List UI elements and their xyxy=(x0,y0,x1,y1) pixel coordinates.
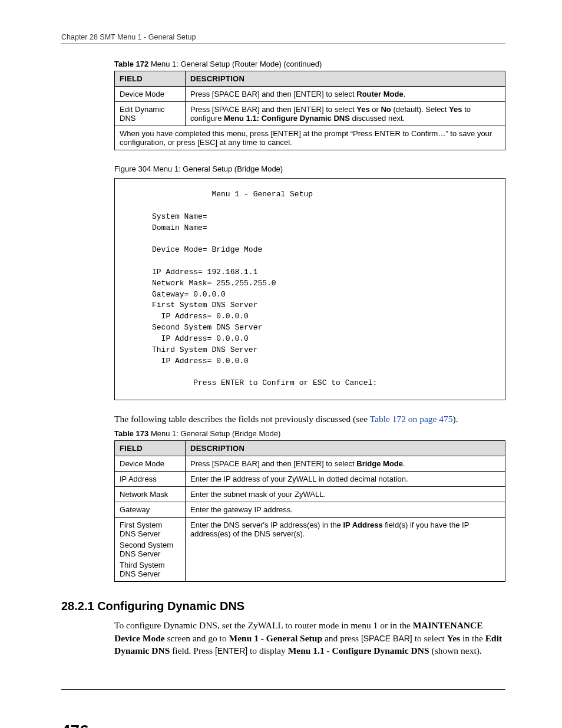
cell-description: Enter the IP address of your ZyWALL in d… xyxy=(186,472,505,487)
table-row: Device Mode Press [SPACE BAR] and then [… xyxy=(115,87,505,102)
table-173-caption-text: Menu 1: General Setup (Bridge Mode) xyxy=(148,429,280,438)
cell-field: Gateway xyxy=(115,502,186,518)
running-header: Chapter 28 SMT Menu 1 - General Setup xyxy=(61,33,505,41)
figure-304-box: Menu 1 - General Setup System Name= Doma… xyxy=(114,178,505,400)
table-row: First System DNS Server Second System DN… xyxy=(115,518,505,582)
cell-description: Enter the gateway IP address. xyxy=(186,502,505,518)
table-row: Network Mask Enter the subnet mask of yo… xyxy=(115,487,505,502)
cell-field: Edit Dynamic DNS xyxy=(115,102,186,126)
cell-field: First System DNS Server Second System DN… xyxy=(115,518,186,582)
page-footer: 476 ZyWALL 2 Plus User’s Guide xyxy=(61,722,505,728)
xref-table-172[interactable]: Table 172 on page 475 xyxy=(370,414,453,424)
table-172-caption-label: Table 172 xyxy=(114,60,148,68)
table-172-caption: Table 172 Menu 1: General Setup (Router … xyxy=(114,60,505,68)
cell-field: Network Mask xyxy=(115,487,186,502)
table-row: IP Address Enter the IP address of your … xyxy=(115,472,505,487)
table-172: FIELD DESCRIPTION Device Mode Press [SPA… xyxy=(114,71,505,150)
table-173-header-description: DESCRIPTION xyxy=(186,441,505,456)
page-number: 476 xyxy=(61,722,89,728)
table-172-header-field: FIELD xyxy=(115,71,186,87)
table-row: Device Mode Press [SPACE BAR] and then [… xyxy=(115,456,505,472)
figure-304-caption: Figure 304 Menu 1: General Setup (Bridge… xyxy=(114,164,505,173)
table-row: When you have completed this menu, press… xyxy=(115,126,505,150)
table-172-header-description: DESCRIPTION xyxy=(186,71,505,87)
cell-description: Press [SPACE BAR] and then [ENTER] to se… xyxy=(186,456,505,472)
cell-description: Enter the DNS server's IP address(es) in… xyxy=(186,518,505,582)
cell-description: Press [SPACE BAR] and then [ENTER] to se… xyxy=(186,102,505,126)
table-173: FIELD DESCRIPTION Device Mode Press [SPA… xyxy=(114,440,505,582)
cell-field: Device Mode xyxy=(115,87,186,102)
table-173-header-field: FIELD xyxy=(115,441,186,456)
table-row: Gateway Enter the gateway IP address. xyxy=(115,502,505,518)
table-173-caption: Table 173 Menu 1: General Setup (Bridge … xyxy=(114,429,505,438)
cell-description: Press [SPACE BAR] and then [ENTER] to se… xyxy=(186,87,505,102)
intro-paragraph: The following table describes the fields… xyxy=(114,413,505,426)
section-heading-28-2-1: 28.2.1 Configuring Dynamic DNS xyxy=(61,599,505,613)
cell-field: Device Mode xyxy=(115,456,186,472)
figure-304-caption-label: Figure 304 xyxy=(114,164,151,173)
footer-rule xyxy=(61,689,505,690)
table-row: Edit Dynamic DNS Press [SPACE BAR] and t… xyxy=(115,102,505,126)
header-rule xyxy=(61,44,505,44)
section-paragraph: To configure Dynamic DNS, set the ZyWALL… xyxy=(114,619,505,657)
table-173-caption-label: Table 173 xyxy=(114,429,148,438)
table-172-footnote: When you have completed this menu, press… xyxy=(115,126,505,150)
figure-304-caption-text: Menu 1: General Setup (Bridge Mode) xyxy=(151,164,283,173)
cell-field: IP Address xyxy=(115,472,186,487)
table-172-caption-text: Menu 1: General Setup (Router Mode) (con… xyxy=(148,60,322,68)
cell-description: Enter the subnet mask of your ZyWALL. xyxy=(186,487,505,502)
